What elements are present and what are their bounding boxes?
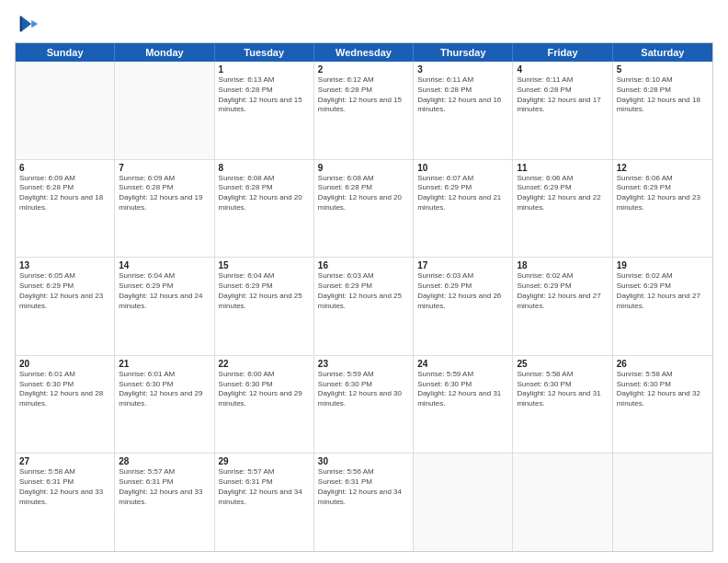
empty-cell [513, 454, 612, 551]
empty-cell [613, 454, 712, 551]
day-cell-4: 4Sunrise: 6:11 AM Sunset: 6:28 PM Daylig… [513, 62, 612, 159]
day-number: 29 [219, 456, 310, 466]
week-row-2: 6Sunrise: 6:09 AM Sunset: 6:28 PM Daylig… [16, 160, 712, 259]
day-cell-15: 15Sunrise: 6:04 AM Sunset: 6:29 PM Dayli… [215, 258, 314, 355]
sun-info: Sunrise: 6:03 AM Sunset: 6:29 PM Dayligh… [417, 271, 508, 311]
header-day-saturday: Saturday [613, 43, 712, 62]
day-number: 4 [517, 64, 608, 75]
day-number: 2 [318, 64, 409, 75]
header [15, 11, 713, 37]
sun-info: Sunrise: 6:00 AM Sunset: 6:30 PM Dayligh… [219, 370, 310, 409]
sun-info: Sunrise: 5:56 AM Sunset: 6:31 PM Dayligh… [318, 467, 409, 507]
day-cell-23: 23Sunrise: 5:59 AM Sunset: 6:30 PM Dayli… [314, 356, 414, 454]
day-cell-11: 11Sunrise: 6:06 AM Sunset: 6:29 PM Dayli… [513, 160, 612, 258]
sun-info: Sunrise: 6:09 AM Sunset: 6:28 PM Dayligh… [19, 174, 110, 213]
logo [15, 11, 44, 37]
day-number: 23 [318, 359, 409, 369]
sun-info: Sunrise: 6:08 AM Sunset: 6:28 PM Dayligh… [219, 174, 310, 213]
day-cell-8: 8Sunrise: 6:08 AM Sunset: 6:28 PM Daylig… [215, 160, 314, 258]
day-cell-29: 29Sunrise: 5:57 AM Sunset: 6:31 PM Dayli… [215, 454, 314, 551]
day-number: 27 [19, 456, 110, 466]
day-cell-3: 3Sunrise: 6:11 AM Sunset: 6:28 PM Daylig… [414, 62, 513, 159]
svg-marker-1 [31, 20, 38, 28]
header-day-monday: Monday [115, 43, 214, 62]
day-cell-20: 20Sunrise: 6:01 AM Sunset: 6:30 PM Dayli… [16, 356, 115, 454]
sun-info: Sunrise: 5:58 AM Sunset: 6:30 PM Dayligh… [517, 370, 608, 409]
day-number: 3 [417, 64, 508, 75]
sun-info: Sunrise: 6:02 AM Sunset: 6:29 PM Dayligh… [517, 271, 608, 311]
logo-icon [15, 11, 40, 37]
svg-marker-0 [21, 17, 31, 32]
day-number: 1 [219, 64, 310, 75]
day-cell-25: 25Sunrise: 5:58 AM Sunset: 6:30 PM Dayli… [513, 356, 612, 454]
day-number: 26 [617, 359, 709, 369]
day-number: 8 [219, 163, 310, 173]
day-cell-9: 9Sunrise: 6:08 AM Sunset: 6:28 PM Daylig… [314, 160, 414, 258]
week-row-1: 1Sunrise: 6:13 AM Sunset: 6:28 PM Daylig… [16, 62, 712, 160]
day-number: 17 [417, 260, 508, 270]
empty-cell [16, 62, 115, 159]
day-number: 10 [417, 163, 508, 173]
sun-info: Sunrise: 6:04 AM Sunset: 6:29 PM Dayligh… [219, 271, 310, 311]
day-cell-28: 28Sunrise: 5:57 AM Sunset: 6:31 PM Dayli… [115, 454, 214, 551]
day-cell-5: 5Sunrise: 6:10 AM Sunset: 6:28 PM Daylig… [613, 62, 712, 159]
day-cell-14: 14Sunrise: 6:04 AM Sunset: 6:29 PM Dayli… [115, 258, 214, 355]
day-cell-19: 19Sunrise: 6:02 AM Sunset: 6:29 PM Dayli… [613, 258, 712, 355]
day-number: 14 [119, 260, 210, 270]
day-number: 13 [19, 260, 110, 270]
day-cell-16: 16Sunrise: 6:03 AM Sunset: 6:29 PM Dayli… [314, 258, 414, 355]
day-cell-21: 21Sunrise: 6:01 AM Sunset: 6:30 PM Dayli… [115, 356, 214, 454]
empty-cell [414, 454, 513, 551]
svg-rect-2 [20, 17, 22, 32]
sun-info: Sunrise: 6:01 AM Sunset: 6:30 PM Dayligh… [119, 370, 210, 409]
sun-info: Sunrise: 6:05 AM Sunset: 6:29 PM Dayligh… [19, 271, 110, 311]
week-row-5: 27Sunrise: 5:58 AM Sunset: 6:31 PM Dayli… [16, 454, 712, 551]
day-number: 11 [517, 163, 608, 173]
header-day-sunday: Sunday [16, 43, 115, 62]
day-number: 21 [119, 359, 210, 369]
day-number: 18 [517, 260, 608, 270]
sun-info: Sunrise: 6:03 AM Sunset: 6:29 PM Dayligh… [318, 271, 409, 311]
week-row-3: 13Sunrise: 6:05 AM Sunset: 6:29 PM Dayli… [16, 258, 712, 356]
sun-info: Sunrise: 5:59 AM Sunset: 6:30 PM Dayligh… [417, 370, 508, 409]
sun-info: Sunrise: 6:08 AM Sunset: 6:28 PM Dayligh… [318, 174, 409, 213]
day-cell-6: 6Sunrise: 6:09 AM Sunset: 6:28 PM Daylig… [16, 160, 115, 258]
sun-info: Sunrise: 6:11 AM Sunset: 6:28 PM Dayligh… [517, 75, 608, 115]
sun-info: Sunrise: 6:09 AM Sunset: 6:28 PM Dayligh… [119, 174, 210, 213]
day-cell-2: 2Sunrise: 6:12 AM Sunset: 6:28 PM Daylig… [314, 62, 414, 159]
day-number: 28 [119, 456, 210, 466]
sun-info: Sunrise: 6:04 AM Sunset: 6:29 PM Dayligh… [119, 271, 210, 311]
day-number: 6 [19, 163, 110, 173]
day-cell-17: 17Sunrise: 6:03 AM Sunset: 6:29 PM Dayli… [414, 258, 513, 355]
page: SundayMondayTuesdayWednesdayThursdayFrid… [0, 0, 728, 563]
sun-info: Sunrise: 5:58 AM Sunset: 6:31 PM Dayligh… [19, 467, 110, 507]
sun-info: Sunrise: 6:06 AM Sunset: 6:29 PM Dayligh… [617, 174, 709, 213]
header-day-tuesday: Tuesday [215, 43, 314, 62]
day-cell-27: 27Sunrise: 5:58 AM Sunset: 6:31 PM Dayli… [16, 454, 115, 551]
sun-info: Sunrise: 5:59 AM Sunset: 6:30 PM Dayligh… [318, 370, 409, 409]
day-number: 19 [617, 260, 709, 270]
week-row-4: 20Sunrise: 6:01 AM Sunset: 6:30 PM Dayli… [16, 356, 712, 454]
day-cell-30: 30Sunrise: 5:56 AM Sunset: 6:31 PM Dayli… [314, 454, 414, 551]
calendar-header: SundayMondayTuesdayWednesdayThursdayFrid… [16, 43, 712, 62]
day-number: 30 [318, 456, 409, 466]
day-cell-7: 7Sunrise: 6:09 AM Sunset: 6:28 PM Daylig… [115, 160, 214, 258]
calendar: SundayMondayTuesdayWednesdayThursdayFrid… [15, 42, 713, 552]
day-cell-10: 10Sunrise: 6:07 AM Sunset: 6:29 PM Dayli… [414, 160, 513, 258]
sun-info: Sunrise: 6:07 AM Sunset: 6:29 PM Dayligh… [417, 174, 508, 213]
day-number: 7 [119, 163, 210, 173]
calendar-body: 1Sunrise: 6:13 AM Sunset: 6:28 PM Daylig… [16, 62, 712, 551]
day-number: 15 [219, 260, 310, 270]
day-cell-12: 12Sunrise: 6:06 AM Sunset: 6:29 PM Dayli… [613, 160, 712, 258]
day-cell-22: 22Sunrise: 6:00 AM Sunset: 6:30 PM Dayli… [215, 356, 314, 454]
day-number: 16 [318, 260, 409, 270]
header-day-wednesday: Wednesday [314, 43, 414, 62]
sun-info: Sunrise: 6:10 AM Sunset: 6:28 PM Dayligh… [617, 75, 709, 115]
day-number: 9 [318, 163, 409, 173]
day-cell-26: 26Sunrise: 5:58 AM Sunset: 6:30 PM Dayli… [613, 356, 712, 454]
day-cell-18: 18Sunrise: 6:02 AM Sunset: 6:29 PM Dayli… [513, 258, 612, 355]
day-number: 24 [417, 359, 508, 369]
sun-info: Sunrise: 6:01 AM Sunset: 6:30 PM Dayligh… [19, 370, 110, 409]
day-cell-24: 24Sunrise: 5:59 AM Sunset: 6:30 PM Dayli… [414, 356, 513, 454]
sun-info: Sunrise: 6:12 AM Sunset: 6:28 PM Dayligh… [318, 75, 409, 115]
